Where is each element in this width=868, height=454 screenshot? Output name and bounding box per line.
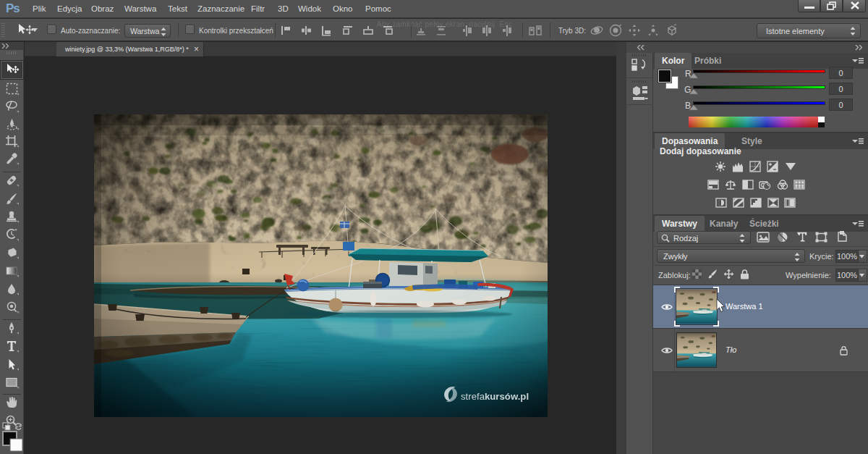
svg-text:strefakursów.pl: strefakursów.pl [461,391,529,402]
